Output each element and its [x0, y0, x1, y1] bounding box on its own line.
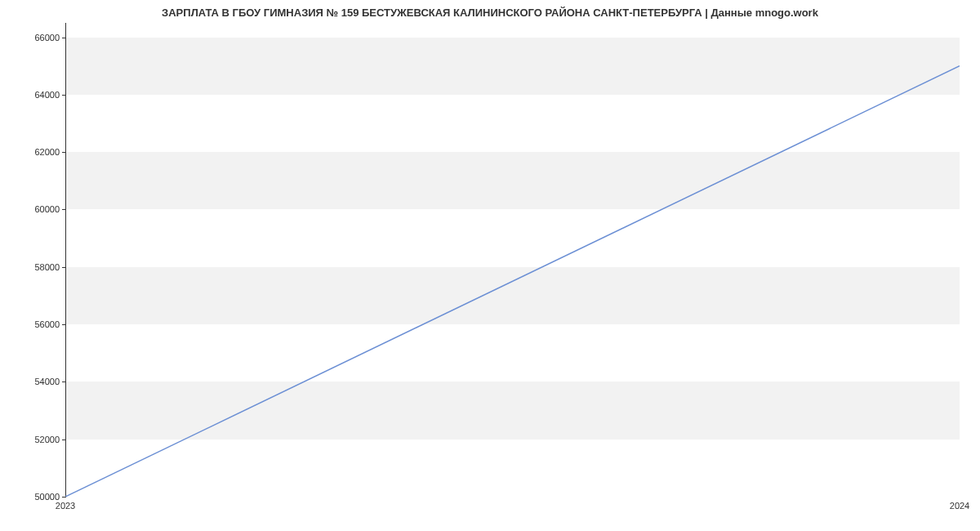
y-tick-label: 56000: [19, 319, 60, 329]
chart-container: 5000052000540005600058000600006200064000…: [65, 23, 960, 497]
chart-line: [65, 23, 960, 497]
y-tick-label: 60000: [19, 204, 60, 214]
y-tick-label: 66000: [19, 33, 60, 42]
chart-title: ЗАРПЛАТА В ГБОУ ГИМНАЗИЯ № 159 БЕСТУЖЕВС…: [0, 0, 980, 19]
x-tick-label: 2024: [950, 501, 969, 511]
y-tick-label: 52000: [19, 435, 60, 444]
y-tick-label: 58000: [19, 262, 60, 272]
y-tick-label: 54000: [19, 377, 60, 386]
y-tick-mark: [62, 497, 66, 498]
x-tick-label: 2023: [56, 501, 75, 511]
y-tick-label: 62000: [19, 147, 60, 157]
y-tick-label: 64000: [19, 90, 60, 100]
y-tick-label: 50000: [19, 492, 60, 502]
